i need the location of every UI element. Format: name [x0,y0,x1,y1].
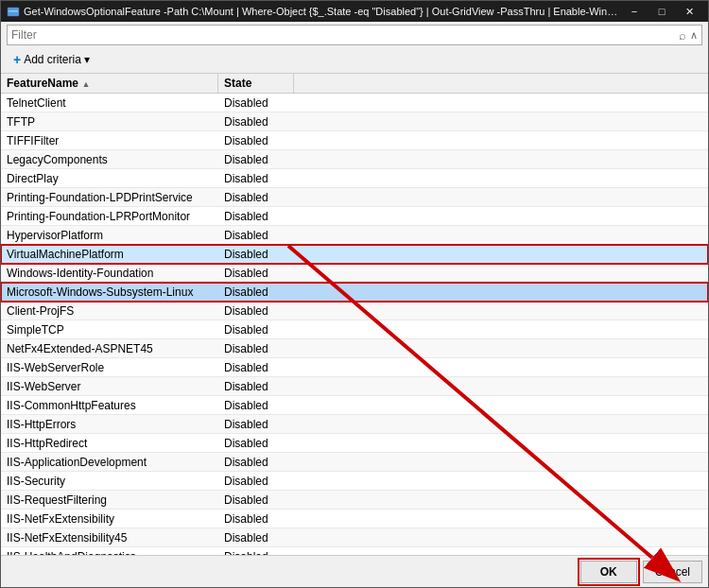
cell-state: Disabled [218,341,294,356]
cell-feature: IIS-RequestFiltering [1,493,218,508]
cell-feature: HypervisorPlatform [1,228,218,243]
table-row[interactable]: DirectPlay Disabled [1,169,708,188]
cell-feature: IIS-Security [1,474,218,489]
cell-state: Disabled [218,190,294,205]
cell-state: Disabled [218,493,294,508]
cell-state: Disabled [218,95,294,111]
add-criteria-button[interactable]: + Add criteria ▾ [7,49,96,70]
cell-feature: IIS-CommonHttpFeatures [1,398,218,413]
sort-asc-icon: ▲ [81,79,90,89]
cell-feature: VirtualMachinePlatform [1,247,218,262]
cell-feature: IIS-NetFxExtensibility45 [1,530,218,545]
search-icon: ⌕ [679,28,686,43]
table-row[interactable]: HypervisorPlatform Disabled [1,226,708,245]
plus-icon: + [13,52,21,67]
cell-feature: TIFFIFilter [1,133,218,148]
table-row[interactable]: IIS-HttpErrors Disabled [1,415,708,434]
table-row[interactable]: IIS-WebServer Disabled [1,377,708,396]
cell-feature: IIS-HttpErrors [1,417,218,432]
cell-feature: IIS-WebServerRole [1,360,218,375]
svg-rect-1 [9,10,18,12]
cell-state: Disabled [218,398,294,413]
col-extra-header [294,74,708,93]
cell-state: Disabled [218,511,294,527]
table-row[interactable]: IIS-ApplicationDevelopment Disabled [1,453,708,472]
main-window: Get-WindowsOptionalFeature -Path C:\Moun… [0,0,709,588]
cell-state: Disabled [218,379,294,394]
data-table: FeatureName ▲ State TelnetClient Disable… [1,74,708,555]
cell-state: Disabled [218,530,294,545]
table-row[interactable]: TelnetClient Disabled [1,94,708,112]
minimize-button[interactable]: − [621,3,648,20]
title-bar-buttons: − □ ✕ [621,3,702,20]
cell-feature: SimpleTCP [1,322,218,337]
cell-state: Disabled [218,322,294,337]
add-criteria-label: Add criteria [24,53,81,66]
title-bar-text: Get-WindowsOptionalFeature -Path C:\Moun… [24,6,621,17]
table-header: FeatureName ▲ State [1,74,708,94]
cell-feature: IIS-WebServer [1,379,218,394]
cell-state: Disabled [218,133,294,148]
cell-feature: NetFx4Extended-ASPNET45 [1,341,218,356]
bottom-bar: OK Cancel [1,555,708,587]
col-state-header[interactable]: State [218,74,294,93]
cell-state: Disabled [218,266,294,281]
cell-state: Disabled [218,228,294,243]
table-row[interactable]: SimpleTCP Disabled [1,320,708,339]
table-row[interactable]: Microsoft-Windows-Subsystem-Linux Disabl… [1,283,708,302]
col-feature-header[interactable]: FeatureName ▲ [1,74,218,93]
collapse-icon: ∧ [690,29,698,42]
dropdown-icon: ▾ [84,53,90,66]
window-icon [7,5,20,18]
table-row[interactable]: IIS-Security Disabled [1,472,708,491]
table-row[interactable]: IIS-NetFxExtensibility45 Disabled [1,528,708,547]
table-row[interactable]: NetFx4Extended-ASPNET45 Disabled [1,339,708,358]
ok-button[interactable]: OK [580,561,637,583]
table-row[interactable]: IIS-CommonHttpFeatures Disabled [1,396,708,415]
table-scroll-area[interactable]: TelnetClient Disabled TFTP Disabled TIFF… [1,94,708,555]
filter-bar: ⌕ ∧ [7,25,702,45]
cell-feature: IIS-ApplicationDevelopment [1,455,218,470]
cell-state: Disabled [218,417,294,432]
cell-state: Disabled [218,247,294,262]
table-row[interactable]: Printing-Foundation-LPDPrintService Disa… [1,188,708,207]
cell-feature: Printing-Foundation-LPDPrintService [1,190,218,205]
table-row[interactable]: IIS-NetFxExtensibility Disabled [1,510,708,528]
cell-feature: Windows-Identity-Foundation [1,266,218,281]
table-row[interactable]: Windows-Identity-Foundation Disabled [1,264,708,283]
cell-feature: TelnetClient [1,95,218,111]
cell-state: Disabled [218,436,294,451]
title-bar: Get-WindowsOptionalFeature -Path C:\Moun… [1,1,708,22]
table-row[interactable]: LegacyComponents Disabled [1,150,708,169]
table-row[interactable]: Client-ProjFS Disabled [1,302,708,320]
cell-feature: IIS-HttpRedirect [1,436,218,451]
toolbar: ⌕ ∧ + Add criteria ▾ [1,22,708,74]
cell-state: Disabled [218,303,294,319]
cell-state: Disabled [218,474,294,489]
table-row[interactable]: TFTP Disabled [1,112,708,131]
cell-feature: Microsoft-Windows-Subsystem-Linux [1,285,218,300]
table-row[interactable]: VirtualMachinePlatform Disabled [1,245,708,264]
cell-state: Disabled [218,114,294,130]
table-row[interactable]: IIS-WebServerRole Disabled [1,358,708,377]
cancel-button[interactable]: Cancel [643,561,702,583]
filter-input[interactable] [11,28,679,42]
table-row[interactable]: IIS-HttpRedirect Disabled [1,434,708,453]
cell-state: Disabled [218,171,294,186]
table-row[interactable]: Printing-Foundation-LPRPortMonitor Disab… [1,207,708,226]
cell-state: Disabled [218,360,294,375]
cell-feature: Client-ProjFS [1,303,218,319]
cell-state: Disabled [218,285,294,300]
cell-state: Disabled [218,455,294,470]
cell-feature: DirectPlay [1,171,218,186]
table-row[interactable]: TIFFIFilter Disabled [1,131,708,150]
cell-feature: LegacyComponents [1,152,218,167]
table-row[interactable]: IIS-HealthAndDiagnostics Disabled [1,547,708,555]
close-button[interactable]: ✕ [676,3,702,20]
maximize-button[interactable]: □ [648,3,675,20]
cell-feature: Printing-Foundation-LPRPortMonitor [1,209,218,224]
cell-state: Disabled [218,152,294,167]
table-row[interactable]: IIS-RequestFiltering Disabled [1,491,708,510]
cell-feature: IIS-NetFxExtensibility [1,511,218,527]
cell-state: Disabled [218,209,294,224]
